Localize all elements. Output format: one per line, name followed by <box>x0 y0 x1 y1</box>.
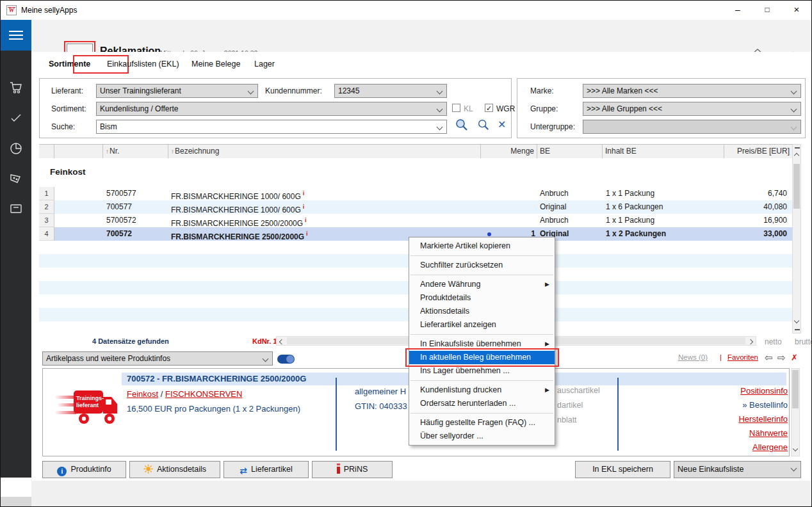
news-link[interactable]: News (0) <box>678 353 708 361</box>
nav-right-icon[interactable]: ⇨ <box>777 352 786 364</box>
app-icon: W <box>6 5 17 15</box>
minimize-button[interactable]: – <box>723 1 752 20</box>
category-link-feinkost[interactable]: Feinkost <box>127 389 158 399</box>
cart-icon[interactable] <box>8 79 24 95</box>
tab-einkaufslisten[interactable]: Einkaufslisten (EKL) <box>107 60 179 68</box>
check-icon[interactable] <box>8 110 24 125</box>
scroll-right-icon[interactable] <box>748 339 753 344</box>
general-info-text: allgemeiner H <box>355 387 406 396</box>
produktinfo-button[interactable]: iProduktinfo <box>42 461 126 478</box>
menu-item-aktionsdetails[interactable]: Aktionsdetails <box>409 305 555 318</box>
scroll-pin-icon[interactable] <box>795 329 800 330</box>
column-bezeichnung[interactable]: ↑Bezeichnung <box>168 145 481 158</box>
gruppe-value: >>> Alle Gruppen <<< <box>587 104 662 113</box>
row-name-text: FR.BISMARCKHERINGE 1000/ 600G <box>171 205 301 214</box>
archive-icon[interactable] <box>8 201 24 216</box>
menu-item-kopieren[interactable]: Markierte Artikel kopieren <box>409 239 555 253</box>
sortiment-value: Kundenlistung / Offerte <box>100 104 179 113</box>
scrollbar-thumb[interactable] <box>792 370 799 408</box>
lieferartikel-button[interactable]: ⇄Lieferartikel <box>223 461 309 478</box>
kl-checkbox[interactable] <box>452 104 460 112</box>
wgr-checkbox[interactable]: ✓ <box>485 104 493 112</box>
table-row[interactable]: 2 700577 FR.BISMARCKHERINGE 1000/ 600Gi … <box>39 200 792 214</box>
menu-item-produktdetails[interactable]: Produktdetails <box>409 291 555 305</box>
close-panel-icon[interactable]: ✗ <box>791 353 798 362</box>
clear-search-icon[interactable]: ✕ <box>498 118 506 131</box>
menu-item-ins-lager[interactable]: Ins Lager übernehmen ... <box>409 364 555 378</box>
save-ekl-button[interactable]: In EKL speichern <box>575 461 670 478</box>
menu-item-faq[interactable]: Häufig gestellte Fragen (FAQ) ... <box>409 416 555 430</box>
category-link-fischkonserven[interactable]: FISCHKONSERVEN <box>165 389 242 399</box>
row-name: FR.BISMARCKHERINGE 1000/ 600Gi <box>171 187 304 200</box>
row-be: Anbruch <box>540 214 569 227</box>
row-index: 2 <box>39 200 54 214</box>
scrollbar-thumb[interactable] <box>793 164 800 209</box>
new-shopping-list-select[interactable]: Neue Einkaufsliste <box>674 461 801 478</box>
menu-item-ueber-sellyorder[interactable]: Über sellyorder ... <box>409 430 555 443</box>
scroll-down-icon[interactable] <box>794 318 799 323</box>
table-vertical-scrollbar[interactable] <box>792 144 801 334</box>
lieferant-select[interactable]: Unser Trainingslieferant <box>96 84 258 98</box>
scroll-up-icon[interactable] <box>794 153 799 158</box>
gruppe-select[interactable]: >>> Alle Gruppen <<< <box>583 102 801 116</box>
scroll-down-icon[interactable] <box>793 446 798 451</box>
link-naehrwerte[interactable]: Nährwerte <box>622 426 788 440</box>
menu-item-kundenlistung-drucken[interactable]: Kundenlistung drucken▶ <box>409 383 555 397</box>
table-row[interactable]: 3 5700572 FR.BISMARCKHERINGE 2500/2000Gi… <box>39 214 792 227</box>
close-button[interactable]: × <box>782 1 811 20</box>
scroll-left-icon[interactable] <box>279 339 284 344</box>
menu-item-ordersatz[interactable]: Ordersatz herunterladen ... <box>409 397 555 410</box>
menu-separator <box>410 255 553 256</box>
info-marker-icon: i <box>305 217 307 223</box>
menu-item-in-aktuellen-beleg[interactable]: In aktuellen Beleg übernehmen <box>409 351 555 364</box>
bottom-strip <box>31 481 812 507</box>
title-bar: W Meine sellyApps – □ × <box>1 1 811 20</box>
pie-chart-icon[interactable] <box>8 141 24 156</box>
nav-left-icon[interactable]: ⇦ <box>765 352 773 364</box>
hamburger-menu-icon[interactable] <box>1 20 31 51</box>
column-be[interactable]: BE <box>537 145 603 158</box>
link-herstellerinfo[interactable]: Herstellerinfo <box>622 412 788 426</box>
extended-search-icon[interactable] <box>455 118 469 134</box>
search-icon[interactable] <box>477 118 490 133</box>
tab-sortimente[interactable]: Sortimente <box>49 60 90 68</box>
link-positionsinfo[interactable]: Positionsinfo <box>622 384 788 398</box>
row-preis: 6,740 <box>705 187 787 200</box>
menu-item-suchfilter[interactable]: Suchfilter zurücksetzen <box>409 259 555 272</box>
gear-icon[interactable] <box>8 504 24 507</box>
sortiment-select[interactable]: Kundenlistung / Offerte <box>96 102 447 116</box>
link-bestellinfo[interactable]: » Bestellinfo <box>622 398 788 412</box>
column-inhalt[interactable]: Inhalt BE <box>603 145 724 158</box>
tag-icon[interactable] <box>8 171 24 186</box>
info-toggle[interactable] <box>277 355 295 364</box>
detail-vertical-scrollbar[interactable] <box>791 368 800 456</box>
column-menge[interactable]: Menge <box>481 145 537 158</box>
column-nr[interactable]: ↑Nr. <box>103 145 168 158</box>
productinfo-select[interactable]: Artikelpass und weitere Produktinfos <box>42 351 273 366</box>
link-allergene[interactable]: Allergene <box>622 440 788 455</box>
kundennummer-select[interactable]: 12345 <box>334 84 447 98</box>
table-row[interactable]: 1 5700577 FR.BISMARCKHERINGE 1000/ 600Gi… <box>39 187 792 200</box>
column-preis[interactable]: Preis/BE [EUR] <box>724 145 792 158</box>
filter-box-right: Marke: >>> Alle Marken <<< Gruppe: >>> A… <box>517 78 806 138</box>
menu-item-waehrung[interactable]: Andere Währung▶ <box>409 278 555 291</box>
swap-arrows-icon: ⇄ <box>240 463 247 479</box>
suche-input[interactable]: Bism <box>96 120 447 134</box>
menu-item-in-einkaufsliste[interactable]: In Einkaufsliste übernehmen▶ <box>409 337 555 351</box>
maximize-button[interactable]: □ <box>752 1 782 20</box>
aktionsdetails-button[interactable]: Aktionsdetails <box>129 461 220 478</box>
brutto-label[interactable]: brutto <box>795 337 812 346</box>
tab-meine-belege[interactable]: Meine Belege <box>191 60 240 68</box>
header: ← Reklamation Mittwoch, 06. Januar 2021 … <box>31 20 812 52</box>
menu-item-lieferartikel[interactable]: Lieferartikel anzeigen <box>409 318 555 332</box>
menu-item-label: In Einkaufsliste übernehmen <box>420 339 521 348</box>
favorites-link[interactable]: Favoriten <box>727 353 758 361</box>
prins-button[interactable]: PRiNS <box>312 461 393 478</box>
tab-lager[interactable]: Lager <box>254 60 275 68</box>
netto-label[interactable]: netto <box>765 337 782 346</box>
marke-label: Marke: <box>530 86 554 95</box>
marke-select[interactable]: >>> Alle Marken <<< <box>583 84 801 98</box>
window-title: Meine sellyApps <box>21 6 77 15</box>
row-inhalt: 1 x 1 Packung <box>606 214 654 227</box>
scroll-pin-icon[interactable] <box>795 147 800 149</box>
